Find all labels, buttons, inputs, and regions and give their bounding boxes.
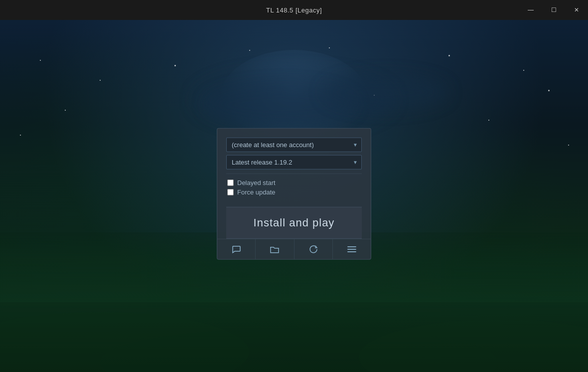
star (488, 120, 489, 121)
account-select-wrapper[interactable]: (create at least one account) ▼ (226, 138, 362, 152)
window-controls: — ☐ ✕ (519, 0, 588, 20)
svg-rect-3 (0, 302, 588, 372)
star (174, 65, 176, 66)
star (100, 80, 101, 81)
star (329, 47, 330, 48)
install-play-button[interactable]: Install and play (226, 207, 362, 239)
star (548, 90, 550, 91)
dialog-panel: (create at least one account) ▼ Latest r… (217, 128, 371, 260)
refresh-button[interactable] (294, 239, 333, 259)
minimize-button[interactable]: — (519, 0, 542, 20)
account-select[interactable]: (create at least one account) (226, 138, 362, 152)
force-update-label: Force update (237, 188, 276, 196)
delayed-start-label: Delayed start (237, 179, 276, 186)
version-select[interactable]: Latest release 1.19.2 (226, 155, 362, 170)
chat-icon (231, 244, 241, 254)
star (448, 55, 450, 56)
version-select-wrapper[interactable]: Latest release 1.19.2 ▼ (226, 155, 362, 170)
star (20, 135, 21, 136)
star (65, 110, 66, 111)
menu-button[interactable] (333, 239, 371, 259)
star (249, 50, 250, 51)
star (523, 70, 524, 71)
delayed-start-row[interactable]: Delayed start (227, 179, 361, 186)
star (568, 145, 569, 146)
chat-button[interactable] (217, 239, 256, 259)
titlebar: TL 148.5 [Legacy] — ☐ ✕ (0, 0, 588, 20)
refresh-icon (308, 244, 318, 254)
maximize-button[interactable]: ☐ (542, 0, 565, 20)
window-title: TL 148.5 [Legacy] (266, 6, 322, 14)
star (40, 60, 41, 61)
close-button[interactable]: ✕ (565, 0, 588, 20)
bottom-toolbar (217, 239, 371, 259)
folder-button[interactable] (256, 239, 294, 259)
menu-icon (347, 245, 357, 253)
delayed-start-checkbox[interactable] (227, 180, 234, 186)
force-update-checkbox[interactable] (227, 189, 234, 195)
folder-icon (270, 244, 280, 254)
options-section: Delayed start Force update (226, 174, 362, 203)
force-update-row[interactable]: Force update (227, 188, 361, 196)
cloud-layer (323, 75, 448, 110)
